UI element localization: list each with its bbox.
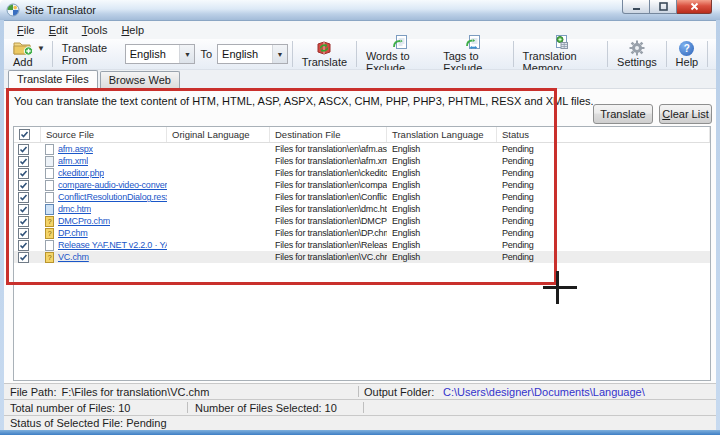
row-checkbox[interactable] bbox=[18, 252, 29, 263]
tab-browse-web[interactable]: Browse Web bbox=[100, 71, 180, 88]
row-checkbox[interactable] bbox=[18, 240, 29, 251]
translate-to-select[interactable]: English ▼ bbox=[217, 44, 288, 64]
checkbox-checked-icon bbox=[18, 240, 29, 251]
translation-language-cell: English bbox=[387, 156, 497, 166]
column-header-translation-language[interactable]: Translation Language bbox=[387, 127, 497, 142]
source-file-link[interactable]: afm.xml bbox=[58, 156, 88, 166]
table-row[interactable]: ? DMCPro.chm Files for translation\en\DM… bbox=[14, 215, 710, 227]
table-row[interactable]: afm.xml Files for translation\en\afm.xml… bbox=[14, 155, 710, 167]
maximize-button[interactable] bbox=[650, 0, 677, 14]
translate-action-button[interactable]: Translate bbox=[593, 104, 653, 124]
table-row[interactable]: ? VC.chm Files for translation\en\VC.chm… bbox=[14, 251, 710, 263]
source-file-link[interactable]: compare-audio-video-converters.as... bbox=[58, 180, 167, 190]
status-bar: File Path: F:\Files for translation\VC.c… bbox=[4, 383, 716, 430]
row-checkbox[interactable] bbox=[18, 168, 29, 179]
row-checkbox[interactable] bbox=[18, 192, 29, 203]
table-row[interactable]: dmc.htm Files for translation\en\dmc.htm… bbox=[14, 203, 710, 215]
table-row[interactable]: Release YAF.NET v2.2.0 · YAFNET... Files… bbox=[14, 239, 710, 251]
translation-language-cell: English bbox=[387, 168, 497, 178]
translate-from-value: English bbox=[126, 48, 180, 60]
tab-translate-files[interactable]: Translate Files bbox=[8, 70, 98, 88]
status-cell: Pending bbox=[497, 252, 710, 262]
checkbox-checked-icon bbox=[18, 204, 29, 215]
source-file-link[interactable]: dmc.htm bbox=[58, 204, 91, 214]
window-frame-bottom bbox=[0, 430, 720, 435]
table-row[interactable]: ckeditor.php Files for translation\en\ck… bbox=[14, 167, 710, 179]
tags-to-exclude-button[interactable]: Tags to Exclude bbox=[438, 39, 509, 69]
row-checkbox[interactable] bbox=[18, 228, 29, 239]
checkbox-checked-icon bbox=[18, 144, 29, 155]
translation-memory-button[interactable]: Translation Memory bbox=[518, 39, 604, 69]
source-file-link[interactable]: DMCPro.chm bbox=[58, 216, 110, 226]
settings-button[interactable]: Settings bbox=[612, 39, 662, 69]
status-cell: Pending bbox=[497, 228, 710, 238]
destination-file-cell: Files for translation\en\Release Y... bbox=[270, 240, 387, 250]
file-type-icon bbox=[45, 204, 54, 215]
status-strip-counts: Total number of Files: 10 Number of File… bbox=[4, 399, 716, 415]
table-row[interactable]: compare-audio-video-converters.as... Fil… bbox=[14, 179, 710, 191]
checkbox-checked-icon bbox=[18, 192, 29, 203]
source-file-link[interactable]: Release YAF.NET v2.2.0 · YAFNET... bbox=[58, 240, 167, 250]
source-file-link[interactable]: ckeditor.php bbox=[58, 168, 104, 178]
add-dropdown-caret-icon[interactable]: ▼ bbox=[37, 44, 45, 53]
row-checkbox[interactable] bbox=[18, 204, 29, 215]
status-cell: Pending bbox=[497, 204, 710, 214]
source-file-link[interactable]: DP.chm bbox=[58, 228, 88, 238]
combo-dropdown-icon[interactable]: ▼ bbox=[272, 45, 287, 63]
to-label: To bbox=[200, 48, 212, 60]
table-body: afm.aspx Files for translation\en\afm.as… bbox=[14, 143, 710, 263]
column-header-source-file[interactable]: Source File bbox=[41, 127, 167, 142]
source-file-link[interactable]: VC.chm bbox=[58, 252, 89, 262]
table-row[interactable]: afm.aspx Files for translation\en\afm.as… bbox=[14, 143, 710, 155]
output-folder-link[interactable]: C:\Users\designer\Documents\Language\ bbox=[443, 386, 645, 398]
close-button[interactable] bbox=[677, 0, 712, 14]
clear-list-button[interactable]: Clear List bbox=[659, 104, 712, 124]
title-bar: Site Translator bbox=[0, 0, 720, 21]
row-checkbox[interactable] bbox=[18, 180, 29, 191]
status-strip-file-path: File Path: F:\Files for translation\VC.c… bbox=[4, 383, 716, 399]
combo-dropdown-icon[interactable]: ▼ bbox=[179, 45, 194, 63]
status-cell: Pending bbox=[497, 156, 710, 166]
total-files-text: Total number of Files: 10 bbox=[10, 402, 130, 414]
menu-file[interactable]: File bbox=[10, 22, 42, 38]
destination-file-cell: Files for translation\en\compare-a... bbox=[270, 180, 387, 190]
row-checkbox[interactable] bbox=[18, 216, 29, 227]
status-cell: Pending bbox=[497, 216, 710, 226]
status-divider bbox=[187, 402, 188, 413]
help-button[interactable]: ? Help bbox=[671, 39, 704, 69]
checkbox-checked-icon bbox=[18, 252, 29, 263]
menu-tools[interactable]: Tools bbox=[75, 22, 115, 38]
table-row[interactable]: ConflictResolutionDialog.resx Files for … bbox=[14, 191, 710, 203]
translate-files-panel: You can translate the text content of HT… bbox=[4, 88, 716, 383]
column-header-status[interactable]: Status bbox=[497, 127, 710, 142]
destination-file-cell: Files for translation\en\ckeditor.php bbox=[270, 168, 387, 178]
toolbar-separator bbox=[513, 41, 514, 67]
status-divider bbox=[358, 386, 359, 397]
column-header-destination-file[interactable]: Destination File bbox=[270, 127, 387, 142]
source-file-link[interactable]: afm.aspx bbox=[58, 144, 93, 154]
translation-language-cell: English bbox=[387, 228, 497, 238]
menu-edit[interactable]: Edit bbox=[42, 22, 75, 38]
translate-toolbar-label: Translate bbox=[302, 56, 347, 68]
file-type-icon bbox=[45, 192, 54, 203]
translate-toolbar-button[interactable]: Translate bbox=[297, 39, 352, 69]
help-icon: ? bbox=[679, 40, 694, 56]
row-checkbox[interactable] bbox=[18, 144, 29, 155]
close-icon bbox=[690, 2, 699, 11]
settings-label: Settings bbox=[617, 56, 657, 68]
menu-help[interactable]: Help bbox=[114, 22, 151, 38]
select-all-checkbox[interactable] bbox=[14, 127, 41, 142]
translate-from-select[interactable]: English ▼ bbox=[125, 44, 196, 64]
table-row[interactable]: ? DP.chm Files for translation\en\DP.chm… bbox=[14, 227, 710, 239]
words-to-exclude-button[interactable]: Words to Exclude bbox=[361, 39, 438, 69]
column-header-original-language[interactable]: Original Language bbox=[167, 127, 270, 142]
minimize-button[interactable] bbox=[622, 0, 650, 14]
tab-strip: Translate Files Browse Web bbox=[4, 70, 716, 88]
row-checkbox[interactable] bbox=[18, 156, 29, 167]
add-button[interactable]: ▼ Add bbox=[8, 39, 48, 69]
app-logo-icon bbox=[6, 3, 20, 17]
source-file-link[interactable]: ConflictResolutionDialog.resx bbox=[58, 192, 167, 202]
help-label: Help bbox=[676, 56, 699, 68]
window-title: Site Translator bbox=[25, 4, 714, 16]
file-type-icon bbox=[45, 180, 54, 191]
